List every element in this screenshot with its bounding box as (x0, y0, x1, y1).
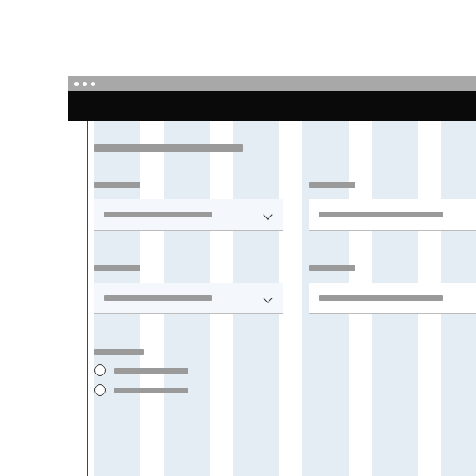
radio-label (114, 368, 188, 374)
select-field (94, 265, 283, 314)
select-input[interactable] (94, 199, 283, 231)
radio-legend (94, 349, 144, 355)
form (94, 144, 476, 404)
radio-icon (94, 364, 106, 376)
chevron-down-icon (263, 293, 273, 303)
field-label (94, 182, 140, 188)
select-input[interactable] (94, 283, 283, 314)
form-row (94, 182, 476, 231)
radio-option[interactable] (94, 364, 476, 376)
radio-group (94, 349, 476, 396)
radio-option[interactable] (94, 384, 476, 396)
minimize-icon[interactable] (83, 82, 87, 86)
form-title (94, 144, 243, 152)
margin-guide-line (87, 121, 88, 476)
field-label (94, 265, 140, 271)
text-field (309, 182, 476, 231)
close-icon[interactable] (74, 82, 79, 86)
window-titlebar (68, 76, 476, 91)
text-input[interactable] (309, 283, 476, 314)
field-label (309, 265, 355, 271)
text-value (319, 295, 443, 301)
text-value (319, 212, 443, 217)
select-field (94, 182, 283, 231)
chevron-down-icon (263, 210, 273, 220)
form-row (94, 265, 476, 314)
radio-label (114, 388, 188, 393)
radio-icon (94, 384, 106, 396)
maximize-icon[interactable] (91, 82, 95, 86)
select-value (104, 295, 212, 301)
text-input[interactable] (309, 199, 476, 231)
field-label (309, 182, 355, 188)
select-value (104, 212, 212, 217)
app-header-bar (68, 91, 476, 121)
content-area (68, 121, 476, 476)
browser-window (68, 76, 476, 476)
text-field (309, 265, 476, 314)
